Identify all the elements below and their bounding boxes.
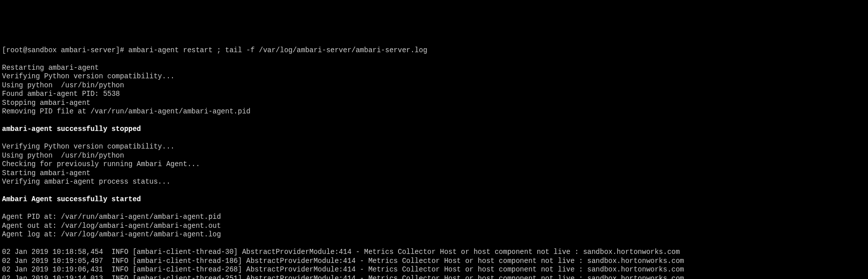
output-line: Using python /usr/bin/python bbox=[2, 81, 866, 90]
terminal-output[interactable]: [root@sandbox ambari-server]# ambari-age… bbox=[2, 37, 866, 279]
log-entry: 02 Jan 2019 10:18:58,454 INFO [ambari-cl… bbox=[2, 248, 866, 257]
output-line: Stopping ambari-agent bbox=[2, 99, 866, 108]
log-entry: 02 Jan 2019 10:19:05,497 INFO [ambari-cl… bbox=[2, 257, 866, 266]
output-line: Checking for previously running Ambari A… bbox=[2, 160, 866, 169]
output-line: Using python /usr/bin/python bbox=[2, 152, 866, 161]
command-prompt-line: [root@sandbox ambari-server]# ambari-age… bbox=[2, 46, 866, 55]
output-line: Agent PID at: /var/run/ambari-agent/amba… bbox=[2, 213, 866, 222]
output-line: Restarting ambari-agent bbox=[2, 64, 866, 73]
output-line: Removing PID file at /var/run/ambari-age… bbox=[2, 107, 866, 116]
log-entry: 02 Jan 2019 10:19:14,013 INFO [ambari-cl… bbox=[2, 274, 866, 280]
output-line: Verifying Python version compatibility..… bbox=[2, 72, 866, 81]
agent-stopped-message: ambari-agent successfully stopped bbox=[2, 125, 866, 134]
output-line: Verifying Python version compatibility..… bbox=[2, 143, 866, 152]
output-line: Agent out at: /var/log/ambari-agent/amba… bbox=[2, 222, 866, 231]
output-line: Verifying ambari-agent process status... bbox=[2, 178, 866, 187]
output-line: Starting ambari-agent bbox=[2, 169, 866, 178]
agent-started-message: Ambari Agent successfully started bbox=[2, 195, 866, 204]
output-line: Agent log at: /var/log/ambari-agent/amba… bbox=[2, 230, 866, 239]
log-entry: 02 Jan 2019 10:19:06,431 INFO [ambari-cl… bbox=[2, 265, 866, 274]
output-line: Found ambari-agent PID: 5538 bbox=[2, 90, 866, 99]
